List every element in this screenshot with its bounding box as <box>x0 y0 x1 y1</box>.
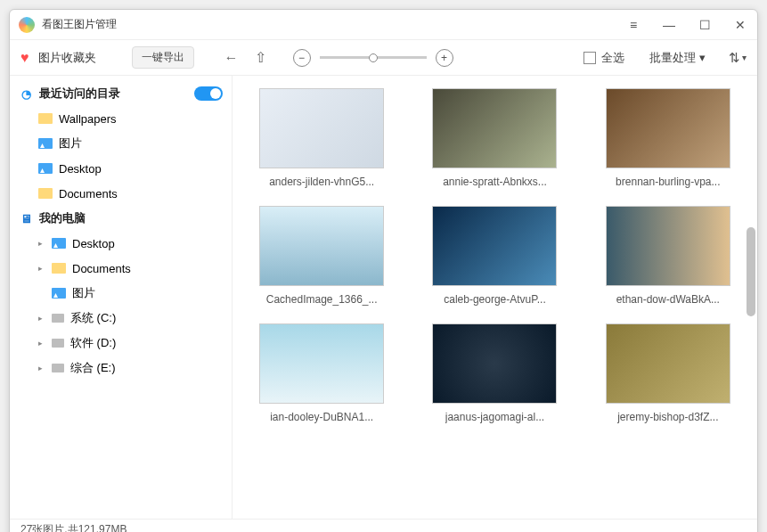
thumbnail-item[interactable]: CachedImage_1366_... <box>249 206 395 306</box>
minimize-button[interactable]: — <box>657 13 681 37</box>
sidebar-mypc-header[interactable]: 🖥 我的电脑 <box>10 206 232 231</box>
thumbnail-label: jeremy-bishop-d3fZ... <box>617 411 718 423</box>
app-window: 看图王图片管理 ≡ — ☐ ✕ ♥ 图片收藏夹 一键导出 ← ⇧ − + 全选 … <box>9 9 758 532</box>
maximize-button[interactable]: ☐ <box>693 13 716 37</box>
drive-icon <box>52 314 64 323</box>
expand-icon[interactable]: ▸ <box>38 364 45 372</box>
image-icon <box>38 138 53 149</box>
recent-toggle[interactable] <box>194 86 223 101</box>
status-text: 27张图片,共121.97MB <box>20 522 126 532</box>
sidebar-item[interactable]: ▸软件 (D:) <box>10 331 232 356</box>
export-button[interactable]: 一键导出 <box>132 46 194 69</box>
sidebar-item[interactable]: 图片 <box>10 281 232 306</box>
recent-header-label: 最近访问的目录 <box>39 86 120 102</box>
select-all-label: 全选 <box>601 50 624 66</box>
expand-icon[interactable]: ▸ <box>38 264 45 273</box>
statusbar: 27张图片,共121.97MB <box>10 519 757 532</box>
thumbnail-item[interactable]: annie-spratt-Abnkxs... <box>421 88 567 188</box>
thumbnail-grid: anders-jilden-vhnG5...annie-spratt-Abnkx… <box>249 88 741 423</box>
clock-icon: ◔ <box>19 86 33 101</box>
menu-button[interactable]: ≡ <box>622 13 645 37</box>
thumbnail-label: anders-jilden-vhnG5... <box>269 176 374 188</box>
sidebar-item-label: Desktop <box>72 237 115 250</box>
select-all-group[interactable]: 全选 <box>583 50 624 66</box>
back-icon[interactable]: ← <box>224 50 239 66</box>
close-button[interactable]: ✕ <box>729 13 752 37</box>
thumbnail-label: ethan-dow-dWaBkA... <box>616 293 720 306</box>
folder-icon <box>38 113 53 124</box>
image-icon <box>52 288 66 299</box>
image-icon <box>52 238 66 249</box>
sidebar-item-label: Wallpapers <box>59 112 117 126</box>
sidebar-item[interactable]: ▸系统 (C:) <box>10 306 232 331</box>
sidebar-item[interactable]: 图片 <box>10 131 232 156</box>
thumbnail-item[interactable]: jaanus-jagomagi-al... <box>421 323 567 423</box>
zoom-in-button[interactable]: + <box>436 49 453 67</box>
thumbnail-image <box>259 88 384 168</box>
thumbnail-item[interactable]: ethan-dow-dWaBkA... <box>595 206 741 306</box>
thumbnail-item[interactable]: jeremy-bishop-d3fZ... <box>595 323 741 423</box>
titlebar: 看图王图片管理 ≡ — ☐ ✕ <box>10 10 757 40</box>
heart-icon: ♥ <box>20 50 29 66</box>
content-area: anders-jilden-vhnG5...annie-spratt-Abnkx… <box>233 76 757 519</box>
sidebar-item[interactable]: ▸综合 (E:) <box>10 356 232 381</box>
sidebar: ◔ 最近访问的目录 Wallpapers图片DesktopDocuments 🖥… <box>10 76 233 519</box>
sidebar-item-label: Documents <box>59 187 118 201</box>
sidebar-item-label: Desktop <box>59 162 102 176</box>
drive-icon <box>52 339 64 348</box>
thumbnail-label: annie-spratt-Abnkxs... <box>443 176 547 188</box>
thumbnail-label: brennan-burling-vpa... <box>616 176 720 188</box>
sidebar-item-label: 系统 (C:) <box>70 310 116 326</box>
toolbar: ♥ 图片收藏夹 一键导出 ← ⇧ − + 全选 批量处理 ▾ ⇅▾ <box>10 40 757 76</box>
zoom-out-button[interactable]: − <box>293 49 311 67</box>
sidebar-item[interactable]: ▸Desktop <box>10 231 232 256</box>
thumbnail-item[interactable]: anders-jilden-vhnG5... <box>249 88 395 188</box>
app-icon <box>19 17 35 33</box>
window-controls: ≡ — ☐ ✕ <box>622 13 752 37</box>
thumbnail-image <box>259 323 384 404</box>
expand-icon[interactable]: ▸ <box>38 239 45 248</box>
sidebar-item-label: 综合 (E:) <box>70 360 116 376</box>
mypc-header-label: 我的电脑 <box>39 210 86 226</box>
thumbnail-label: caleb-george-AtvuP... <box>444 293 546 306</box>
image-icon <box>38 163 53 174</box>
sidebar-item[interactable]: ▸Documents <box>10 256 232 281</box>
favorites-label[interactable]: 图片收藏夹 <box>38 50 96 66</box>
scrollbar[interactable] <box>747 227 755 316</box>
thumbnail-image <box>606 206 730 286</box>
thumbnail-label: jaanus-jagomagi-al... <box>445 411 544 423</box>
zoom-controls: − + <box>293 49 453 67</box>
select-all-checkbox[interactable] <box>583 52 596 64</box>
sidebar-item-label: Documents <box>72 262 131 275</box>
thumbnail-item[interactable]: ian-dooley-DuBNA1... <box>249 323 395 423</box>
sidebar-item-label: 图片 <box>72 285 95 301</box>
folder-icon <box>38 188 53 199</box>
body: ◔ 最近访问的目录 Wallpapers图片DesktopDocuments 🖥… <box>10 76 757 519</box>
pc-icon: 🖥 <box>19 211 33 225</box>
window-title: 看图王图片管理 <box>42 17 622 32</box>
sidebar-item[interactable]: Wallpapers <box>10 106 232 131</box>
thumbnail-image <box>606 88 730 168</box>
thumbnail-item[interactable]: brennan-burling-vpa... <box>595 88 741 188</box>
sidebar-recent-header[interactable]: ◔ 最近访问的目录 <box>10 81 232 106</box>
thumbnail-label: ian-dooley-DuBNA1... <box>270 411 373 423</box>
sidebar-item[interactable]: Desktop <box>10 156 232 181</box>
zoom-slider[interactable] <box>320 56 427 59</box>
sort-menu[interactable]: ⇅▾ <box>729 50 747 66</box>
expand-icon[interactable]: ▸ <box>38 314 45 323</box>
folder-icon <box>52 263 66 274</box>
thumbnail-image <box>432 323 557 404</box>
thumbnail-label: CachedImage_1366_... <box>266 293 378 306</box>
batch-label: 批量处理 <box>649 50 696 66</box>
sidebar-item-label: 图片 <box>59 135 82 151</box>
expand-icon[interactable]: ▸ <box>38 339 45 348</box>
thumbnail-image <box>606 323 730 404</box>
thumbnail-item[interactable]: caleb-george-AtvuP... <box>421 206 567 306</box>
batch-process-menu[interactable]: 批量处理 ▾ <box>649 50 706 66</box>
sidebar-item[interactable]: Documents <box>10 181 232 206</box>
zoom-slider-thumb[interactable] <box>369 53 378 62</box>
up-icon[interactable]: ⇧ <box>255 49 266 66</box>
thumbnail-image <box>432 206 557 286</box>
thumbnail-image <box>432 88 557 168</box>
sidebar-item-label: 软件 (D:) <box>70 335 116 351</box>
